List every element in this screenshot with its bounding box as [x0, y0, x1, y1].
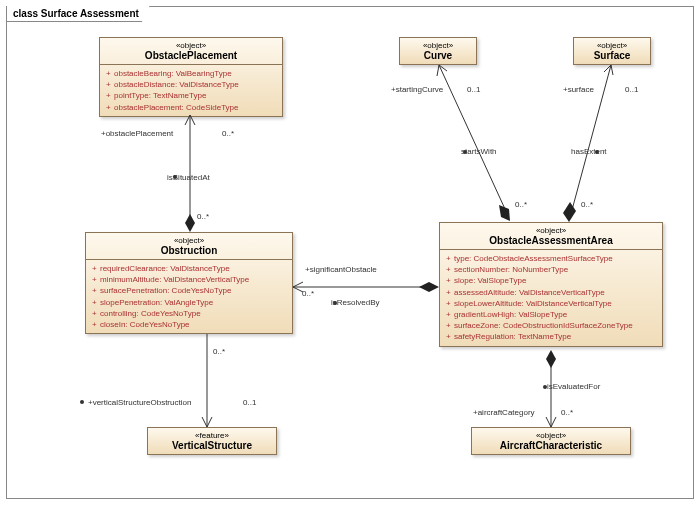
frame-title: class Surface Assessment	[7, 6, 150, 22]
class-name: Surface	[580, 50, 644, 61]
attr: +surfacePenetration: CodeYesNoType	[92, 285, 286, 296]
class-vertical-structure[interactable]: «feature» VerticalStructure	[147, 427, 277, 455]
svg-marker-7	[563, 202, 576, 222]
mult-vs-bot: 0..1	[243, 398, 256, 407]
mult-surface-bot: 0..*	[581, 200, 593, 209]
class-header: «object» Surface	[574, 38, 650, 64]
role-vertical-structure: +verticalStructureObstruction	[88, 398, 191, 407]
mult-vs-top: 0..*	[213, 347, 225, 356]
attr: +requiredClearance: ValDistanceType	[92, 263, 286, 274]
stereotype: «object»	[92, 236, 286, 245]
attr: +surfaceZone: CodeObstructionIdSurfaceZo…	[446, 320, 656, 331]
label-has-extent: hasExtent	[571, 147, 607, 156]
class-curve[interactable]: «object» Curve	[399, 37, 477, 65]
attr: +slopeLowerAltitude: ValDistanceVertical…	[446, 298, 656, 309]
class-header: «object» ObstacleAssessmentArea	[440, 223, 662, 250]
svg-point-13	[80, 400, 84, 404]
stereotype: «object»	[106, 41, 276, 50]
mult-curve-bot: 0..*	[515, 200, 527, 209]
mult-obstacle-placement: 0..*	[222, 129, 234, 138]
class-name: ObstaclePlacement	[106, 50, 276, 61]
class-body: +requiredClearance: ValDistanceType +min…	[86, 260, 292, 333]
role-surface: +surface	[563, 85, 594, 94]
label-is-evaluated-for: isEvaluatedFor	[547, 382, 600, 391]
mult2-is-situated: 0..*	[197, 212, 209, 221]
class-obstacle-assessment-area[interactable]: «object» ObstacleAssessmentArea +type: C…	[439, 222, 663, 347]
attr: +obstacleBearing: ValBearingType	[106, 68, 276, 79]
class-aircraft-characteristic[interactable]: «object» AircraftCharacteristic	[471, 427, 631, 455]
class-obstacle-placement[interactable]: «object» ObstaclePlacement +obstacleBear…	[99, 37, 283, 117]
attr: +slope: ValSlopeType	[446, 275, 656, 286]
mult-curve-top: 0..1	[467, 85, 480, 94]
class-name: Curve	[406, 50, 470, 61]
attr: +sectionNumber: NoNumberType	[446, 264, 656, 275]
stereotype: «object»	[406, 41, 470, 50]
svg-marker-15	[546, 350, 556, 368]
attr: +controlling: CodeYesNoType	[92, 308, 286, 319]
class-name: AircraftCharacteristic	[478, 440, 624, 451]
class-header: «object» Obstruction	[86, 233, 292, 260]
attr: +obstacleDistance: ValDistanceType	[106, 79, 276, 90]
stereotype: «object»	[580, 41, 644, 50]
class-header: «feature» VerticalStructure	[148, 428, 276, 454]
svg-marker-10	[419, 282, 439, 292]
attr: +type: CodeObstacleAssessmentSurfaceType	[446, 253, 656, 264]
mult-significant-obstacle: 0..*	[302, 289, 314, 298]
svg-marker-4	[499, 205, 510, 221]
class-name: VerticalStructure	[154, 440, 270, 451]
mult-surface-top: 0..1	[625, 85, 638, 94]
attr: +gradientLowHigh: ValSlopeType	[446, 309, 656, 320]
class-body: +obstacleBearing: ValBearingType +obstac…	[100, 65, 282, 116]
role-aircraft-category: +aircraftCategory	[473, 408, 535, 417]
class-header: «object» AircraftCharacteristic	[472, 428, 630, 454]
stereotype: «feature»	[154, 431, 270, 440]
mult-aircraft: 0..*	[561, 408, 573, 417]
attr: +minimumAltitude: ValDistanceVerticalTyp…	[92, 274, 286, 285]
class-header: «object» Curve	[400, 38, 476, 64]
label-is-resolved-by: isResolvedBy	[331, 298, 379, 307]
stereotype: «object»	[478, 431, 624, 440]
stereotype: «object»	[446, 226, 656, 235]
role-significant-obstacle: +significantObstacle	[305, 265, 377, 274]
class-surface[interactable]: «object» Surface	[573, 37, 651, 65]
class-body: +type: CodeObstacleAssessmentSurfaceType…	[440, 250, 662, 346]
svg-marker-1	[185, 214, 195, 232]
diagram-frame: class Surface Assessment «object» Obstac…	[6, 6, 694, 499]
class-header: «object» ObstaclePlacement	[100, 38, 282, 65]
attr: +pointType: TextNameType	[106, 90, 276, 101]
role-starting-curve: +startingCurve	[391, 85, 443, 94]
class-obstruction[interactable]: «object» Obstruction +requiredClearance:…	[85, 232, 293, 334]
attr: +obstaclePlacement: CodeSideType	[106, 102, 276, 113]
attr: +slopePenetration: ValAngleType	[92, 297, 286, 308]
attr: +closeIn: CodeYesNoType	[92, 319, 286, 330]
label-starts-with: startsWith	[461, 147, 497, 156]
attr: +assessedAltitude: ValDistanceVerticalTy…	[446, 287, 656, 298]
class-name: ObstacleAssessmentArea	[446, 235, 656, 246]
class-name: Obstruction	[92, 245, 286, 256]
attr: +safetyRegulation: TextNameType	[446, 331, 656, 342]
label-is-situated-at: isSituatedAt	[167, 173, 210, 182]
role-obstacle-placement: +obstaclePlacement	[101, 129, 173, 138]
